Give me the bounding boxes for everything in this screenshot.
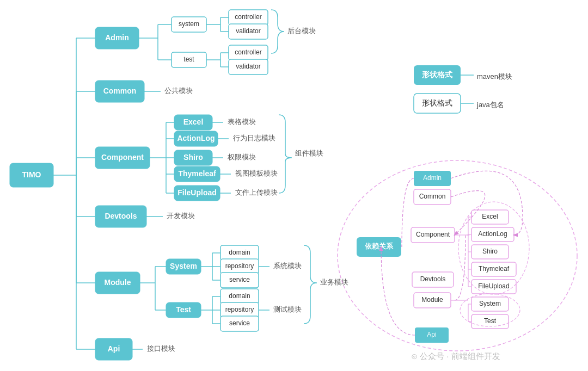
dep-arrow-admin-comp [451, 171, 523, 235]
admin-label: Admin [105, 33, 129, 42]
common-module-label: 公共模块 [164, 86, 193, 95]
svg-text:test: test [183, 55, 194, 63]
admin-system-label: system [179, 20, 199, 28]
svg-text:validator: validator [236, 63, 260, 70]
svg-text:controller: controller [235, 48, 261, 56]
thymeleaf-label: 视图模板模块 [235, 169, 278, 177]
test-module-label: 测试模块 [273, 305, 302, 313]
svg-text:Module: Module [421, 296, 443, 304]
svg-text:controller: controller [235, 13, 261, 21]
svg-text:Shiro: Shiro [183, 153, 203, 162]
fileupload-label: 文件上传模块 [235, 188, 278, 196]
svg-text:ActionLog: ActionLog [478, 230, 507, 238]
component-label: Component [101, 153, 144, 162]
svg-text:Test: Test [484, 317, 497, 325]
legend-filled-text: 形状格式 [421, 70, 453, 79]
svg-text:System: System [479, 300, 501, 307]
module-label: Module [105, 278, 131, 287]
svg-text:Api: Api [427, 331, 436, 338]
svg-text:Common: Common [419, 193, 446, 200]
admin-module-label: 后台模块 [287, 27, 316, 35]
shiro-label: 权限模块 [227, 153, 256, 161]
module-biz-label: 业务模块 [320, 278, 348, 286]
svg-text:Devtools: Devtools [420, 275, 446, 283]
svg-text:Shiro: Shiro [482, 248, 498, 255]
dep-title-label: 依赖关系 [364, 242, 394, 250]
svg-text:Component: Component [416, 231, 450, 238]
api-module-label: 接口模块 [147, 344, 175, 353]
svg-text:service: service [229, 276, 250, 283]
actionlog-label: 行为日志模块 [233, 134, 275, 142]
watermark: ⊙ 公众号 · 前端组件开发 [411, 351, 500, 361]
svg-text:ActionLog: ActionLog [177, 134, 215, 143]
system-module-label: 系统模块 [273, 262, 302, 270]
api-label: Api [108, 344, 120, 353]
svg-text:Excel: Excel [183, 118, 204, 126]
dep-arrow-api [381, 247, 415, 335]
svg-text:FileUpload: FileUpload [177, 188, 217, 197]
devtools-label: Devtools [105, 212, 137, 220]
svg-text:Thymeleaf: Thymeleaf [479, 265, 510, 273]
dep-arrow-module-comp [455, 235, 471, 300]
svg-text:validator: validator [236, 27, 260, 35]
excel-label: 表格模块 [228, 118, 256, 126]
devtools-module-label: 开发模块 [167, 212, 195, 220]
svg-text:FileUpload: FileUpload [478, 282, 509, 290]
svg-text:service: service [229, 319, 250, 327]
legend-filled-desc: maven模块 [477, 72, 512, 81]
legend-outline-text: 形状格式 [422, 98, 452, 107]
timo-label: TIMO [22, 170, 41, 179]
svg-text:repository: repository [225, 306, 254, 313]
svg-text:Excel: Excel [482, 213, 498, 220]
svg-text:Test: Test [176, 305, 191, 314]
component-module-label: 组件模块 [295, 149, 323, 157]
legend-outline-desc: java包名 [476, 101, 504, 109]
svg-text:Admin: Admin [423, 174, 442, 182]
svg-text:domain: domain [229, 249, 250, 256]
diagram-container: TIMO Admin system controller validator 后… [0, 0, 588, 371]
svg-text:System: System [170, 262, 197, 270]
svg-text:repository: repository [225, 262, 254, 270]
svg-text:domain: domain [229, 292, 250, 300]
common-label: Common [103, 86, 137, 95]
svg-text:Thymeleaf: Thymeleaf [178, 169, 216, 178]
